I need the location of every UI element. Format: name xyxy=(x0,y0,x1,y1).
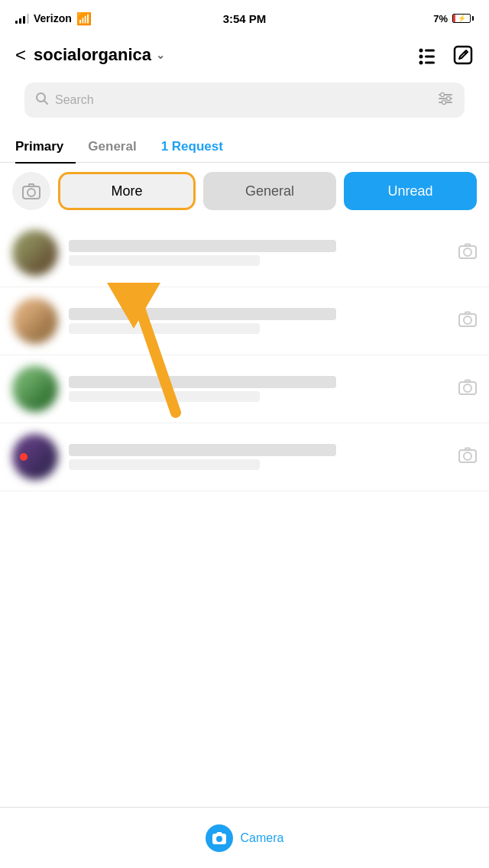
message-item-4[interactable] xyxy=(0,423,489,491)
tab-primary[interactable]: Primary xyxy=(15,133,76,162)
camera-filter-button[interactable] xyxy=(12,172,50,210)
svg-point-26 xyxy=(464,452,471,460)
message-camera-icon xyxy=(458,311,477,331)
compose-icon xyxy=(452,44,474,66)
filter-row: More General Unread xyxy=(0,163,489,219)
message-name xyxy=(69,240,336,252)
dropdown-arrow-icon[interactable]: ⌄ xyxy=(156,49,165,61)
search-container: Search xyxy=(12,76,477,124)
avatar xyxy=(12,366,58,412)
bottom-camera-button[interactable] xyxy=(206,824,233,852)
back-button[interactable]: < xyxy=(15,44,26,66)
status-left: Verizon 📶 xyxy=(15,11,92,26)
message-content xyxy=(69,376,451,402)
unread-dot xyxy=(20,453,28,461)
header: < socialorganica ⌄ xyxy=(0,34,489,76)
battery-icon: ⚡ xyxy=(452,14,474,23)
svg-rect-1 xyxy=(425,50,435,52)
avatar xyxy=(12,230,58,276)
svg-rect-6 xyxy=(455,47,471,63)
message-preview xyxy=(69,459,260,470)
signal-icon xyxy=(15,13,29,24)
svg-point-13 xyxy=(442,101,446,105)
svg-point-22 xyxy=(464,316,471,324)
message-content xyxy=(69,444,451,470)
unread-filter-button[interactable]: Unread xyxy=(344,172,477,210)
header-icons xyxy=(416,44,474,66)
status-time: 3:54 PM xyxy=(223,12,267,25)
avatar xyxy=(12,434,58,480)
svg-point-2 xyxy=(419,55,423,59)
search-bar[interactable]: Search xyxy=(24,83,465,118)
tab-request[interactable]: 1 Request xyxy=(161,133,235,162)
message-name xyxy=(69,444,336,456)
general-filter-button[interactable]: General xyxy=(203,172,336,210)
avatar xyxy=(12,298,58,344)
status-bar: Verizon 📶 3:54 PM 7% ⚡ xyxy=(0,0,489,34)
svg-point-0 xyxy=(419,49,423,53)
search-placeholder: Search xyxy=(55,93,431,107)
account-name: socialorganica xyxy=(34,45,151,65)
svg-rect-3 xyxy=(425,56,435,58)
message-tabs: Primary General 1 Request xyxy=(0,133,489,163)
svg-point-15 xyxy=(28,189,35,196)
carrier-name: Verizon xyxy=(34,12,72,24)
message-content xyxy=(69,240,451,266)
list-icon xyxy=(416,44,437,66)
bottom-camera-label: Camera xyxy=(241,831,284,845)
svg-point-28 xyxy=(216,836,222,842)
message-item-1[interactable] xyxy=(0,219,489,287)
tab-general[interactable]: General xyxy=(88,133,148,162)
message-item-3[interactable] xyxy=(0,355,489,423)
header-title: socialorganica ⌄ xyxy=(34,45,416,65)
battery-percent: 7% xyxy=(433,13,448,24)
message-preview xyxy=(69,391,260,402)
message-preview xyxy=(69,255,260,266)
message-preview xyxy=(69,323,260,334)
more-filter-button[interactable]: More xyxy=(58,172,196,210)
bottom-bar: Camera xyxy=(0,807,489,868)
svg-rect-5 xyxy=(425,62,435,64)
wifi-icon: 📶 xyxy=(76,11,92,26)
message-content xyxy=(69,308,451,334)
message-camera-icon xyxy=(458,447,477,467)
svg-point-12 xyxy=(447,97,451,101)
svg-point-4 xyxy=(419,61,423,65)
compose-button[interactable] xyxy=(452,44,474,66)
message-name xyxy=(69,376,336,388)
message-camera-icon xyxy=(458,379,477,399)
search-icon xyxy=(35,92,49,108)
status-right: 7% ⚡ xyxy=(433,13,474,24)
svg-point-20 xyxy=(464,248,471,256)
svg-point-11 xyxy=(441,93,445,97)
svg-point-24 xyxy=(464,384,471,392)
list-icon-button[interactable] xyxy=(416,44,437,66)
message-list xyxy=(0,219,489,491)
filter-icon[interactable] xyxy=(437,90,454,110)
message-item-2[interactable] xyxy=(0,287,489,355)
message-name xyxy=(69,308,336,320)
message-camera-icon xyxy=(458,243,477,263)
